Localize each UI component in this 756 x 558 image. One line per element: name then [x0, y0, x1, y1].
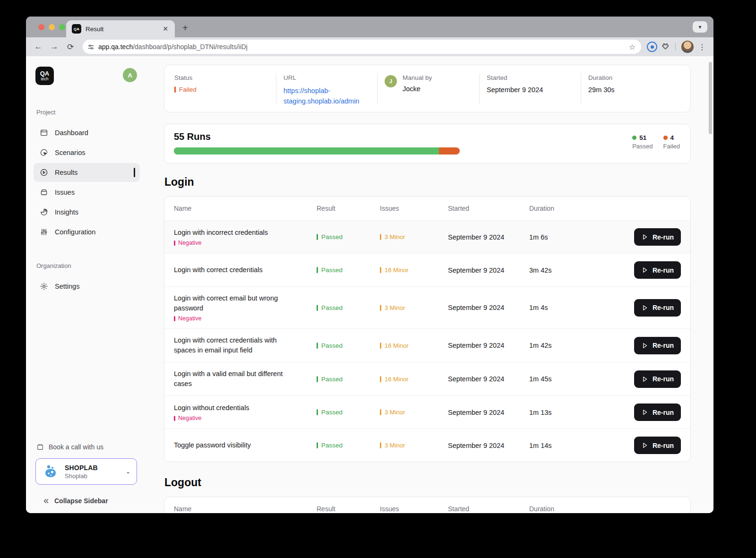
sidebar-item-dashboard[interactable]: Dashboard [34, 123, 140, 142]
address-bar[interactable]: app.qa.tech/dashboard/p/shoplab_DTNi/res… [83, 40, 641, 54]
toolbar-divider [675, 43, 676, 51]
rerun-button[interactable]: Re-run [634, 437, 681, 454]
status-label: Status [174, 74, 270, 81]
result-badge: Passed [317, 342, 380, 349]
sidebar-item-settings[interactable]: Settings [34, 277, 140, 296]
failed-dot-icon [663, 136, 668, 140]
duration-value: 29m 30s [588, 86, 685, 94]
rerun-button[interactable]: Re-run [634, 403, 681, 421]
name-cell: Toggle password visibility [174, 440, 317, 450]
logout-results-table: NameResultIssuesStartedDuration [164, 497, 691, 513]
browser-profile-avatar[interactable] [681, 41, 694, 53]
failed-count: 4 [670, 134, 674, 141]
table-row[interactable]: Login with correct email but wrong passw… [164, 286, 690, 328]
table-body: Login with incorrect credentialsNegative… [164, 220, 690, 462]
book-call-link[interactable]: Book a call with us [26, 443, 146, 451]
sidebar-item-issues[interactable]: Issues [34, 183, 140, 202]
started-cell: September 9 2024 [448, 375, 529, 383]
rerun-button[interactable]: Re-run [634, 370, 681, 388]
name-cell: Login with correct credentials [174, 265, 317, 275]
manual-by-value: Jocke [403, 85, 432, 93]
manual-by-label: Manual by [403, 74, 432, 81]
rerun-button[interactable]: Re-run [634, 261, 681, 279]
duration-cell: 1m 13s [529, 409, 628, 416]
rerun-button[interactable]: Re-run [634, 299, 681, 317]
shoplab-logo [42, 463, 59, 480]
sidebar-item-label: Insights [55, 208, 78, 216]
back-icon[interactable]: ← [32, 40, 45, 53]
sidebar-item-label: Configuration [55, 228, 95, 236]
result-badge: Passed [317, 233, 380, 240]
tab-strip: QA Result ✕ + ▾ [26, 17, 713, 37]
duration-cell: 1m 6s [529, 233, 628, 241]
issues-badge: 16 Minor [380, 266, 448, 274]
extensions-puzzle-icon[interactable] [660, 42, 670, 52]
negative-badge: Negative [174, 240, 317, 246]
sidebar: QA tech A Project Dashboard Scenar [26, 56, 146, 513]
column-header: Result [317, 505, 380, 513]
issues-badge: 3 Minor [380, 409, 448, 416]
logo-subtext: tech [41, 77, 48, 81]
password-extension-icon[interactable] [647, 42, 657, 52]
failed-label: Failed [663, 143, 680, 150]
app-content: QA tech A Project Dashboard Scenar [26, 56, 713, 513]
sidebar-item-scenarios[interactable]: Scenarios [34, 143, 140, 162]
table-row[interactable]: Toggle password visibilityPassed3 MinorS… [164, 429, 690, 462]
forward-icon[interactable]: → [48, 40, 61, 53]
legend-failed: 4 Failed [663, 134, 680, 150]
minimize-window-button[interactable] [49, 24, 55, 30]
tab-search-chevron-icon[interactable]: ▾ [693, 21, 707, 33]
logo-text: QA [40, 70, 50, 77]
browser-tab[interactable]: QA Result ✕ [66, 20, 175, 37]
table-header: NameResultIssuesStartedDuration [164, 197, 690, 220]
collapse-sidebar-button[interactable]: Collapse Sidebar [26, 497, 146, 505]
name-cell: Login without credentialsNegative [174, 403, 317, 421]
browser-menu-icon[interactable]: ⋮ [696, 43, 708, 52]
tab-close-icon[interactable]: ✕ [162, 25, 169, 33]
user-avatar[interactable]: A [123, 68, 137, 82]
table-row[interactable]: Login without credentialsNegativePassed3… [164, 395, 690, 429]
negative-badge: Negative [174, 415, 317, 421]
table-row[interactable]: Login with correct credentials with spac… [164, 328, 690, 362]
site-info-icon[interactable] [87, 43, 94, 51]
dashboard-icon [39, 129, 48, 137]
sidebar-item-insights[interactable]: Insights [34, 203, 140, 222]
issues-badge: 3 Minor [380, 304, 448, 311]
calendar-icon [36, 443, 44, 451]
test-name: Login with a valid email but different c… [174, 369, 298, 389]
test-name: Login with correct email but wrong passw… [174, 293, 298, 313]
new-tab-button[interactable]: + [182, 23, 188, 34]
started-cell: September 9 2024 [448, 409, 529, 416]
main-panel: Status Failed URL https://shoplab- stagi… [146, 56, 713, 513]
rerun-button[interactable]: Re-run [634, 337, 681, 354]
rerun-button[interactable]: Re-run [634, 228, 681, 246]
qa-tech-logo[interactable]: QA tech [35, 67, 54, 85]
zoom-window-button[interactable] [59, 24, 65, 30]
close-window-button[interactable] [38, 24, 44, 30]
started-cell: September 9 2024 [448, 266, 529, 274]
sidebar-item-configuration[interactable]: Configuration [34, 223, 140, 241]
target-url-link[interactable]: https://shoplab- staging.shoplab.io/admi… [284, 86, 371, 107]
result-badge: Passed [317, 376, 380, 383]
active-indicator [134, 168, 135, 177]
organization-switcher[interactable]: SHOPLAB Shoplab ⌄ [35, 458, 137, 485]
table-row[interactable]: Login with a valid email but different c… [164, 362, 690, 395]
sidebar-item-label: Issues [55, 189, 75, 196]
section-title-login: Login [164, 176, 691, 189]
table-row[interactable]: Login with correct credentialsPassed16 M… [164, 253, 690, 286]
scrollbar-thumb[interactable] [709, 62, 712, 134]
sidebar-item-results[interactable]: Results [34, 163, 140, 182]
test-name: Toggle password visibility [174, 440, 298, 450]
runs-progress-bar [174, 147, 460, 155]
sidebar-item-label: Settings [55, 283, 79, 290]
name-cell: Login with incorrect credentialsNegative [174, 228, 317, 246]
reload-icon[interactable]: ⟳ [64, 40, 77, 53]
scenarios-icon [39, 148, 48, 157]
table-row[interactable]: Login with incorrect credentialsNegative… [164, 220, 690, 253]
bookmark-star-icon[interactable]: ☆ [629, 43, 636, 52]
chevron-down-icon: ⌄ [126, 468, 130, 475]
issues-icon [39, 188, 48, 197]
url-line-1: https://shoplab- [284, 86, 371, 96]
name-cell: Login with a valid email but different c… [174, 369, 317, 389]
gear-icon [39, 282, 48, 291]
